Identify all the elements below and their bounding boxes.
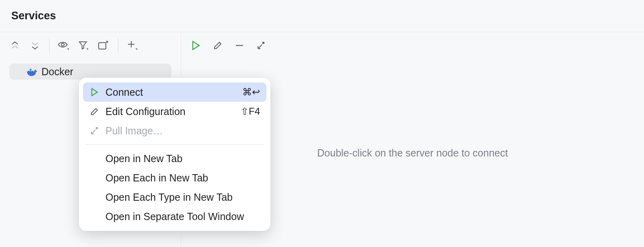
filter-icon xyxy=(78,41,89,50)
svg-rect-13 xyxy=(262,42,264,44)
menu-item-label: Open in New Tab xyxy=(105,153,260,165)
pencil-icon xyxy=(213,41,223,50)
svg-rect-9 xyxy=(30,69,31,70)
svg-marker-14 xyxy=(92,89,97,96)
left-toolbar xyxy=(0,32,181,59)
placeholder-text: Double-click on the server node to conne… xyxy=(317,147,508,159)
expand-diagonal-icon xyxy=(89,126,100,135)
expand-all-button[interactable] xyxy=(8,39,22,52)
svg-rect-1 xyxy=(99,43,106,49)
group-by-button[interactable] xyxy=(97,39,111,52)
toolbar-separator xyxy=(49,38,50,53)
plus-icon xyxy=(127,40,138,51)
svg-marker-10 xyxy=(193,41,199,49)
menu-item-label: Open Each Type in New Tab xyxy=(105,191,260,203)
remove-button[interactable] xyxy=(233,39,246,52)
svg-rect-16 xyxy=(96,127,98,129)
menu-item-label: Open Each in New Tab xyxy=(105,172,260,184)
group-icon xyxy=(98,40,110,51)
chevron-up-icon xyxy=(11,41,19,50)
menu-item-connect[interactable]: Connect ⌘↩ xyxy=(83,82,266,102)
menu-item-edit-configuration[interactable]: Edit Configuration ⇧F4 xyxy=(83,102,266,121)
menu-item-shortcut: ⇧F4 xyxy=(241,106,260,117)
menu-item-label: Open in Separate Tool Window xyxy=(105,211,260,222)
add-service-button[interactable] xyxy=(126,39,139,52)
menu-item-label: Connect xyxy=(105,86,237,98)
menu-separator xyxy=(85,144,264,145)
menu-item-shortcut: ⌘↩ xyxy=(242,86,260,98)
tree-node-label: Docker xyxy=(41,66,73,78)
collapse-all-button[interactable] xyxy=(28,39,42,52)
play-icon xyxy=(89,88,100,97)
chevron-down-icon xyxy=(31,41,39,50)
svg-line-15 xyxy=(91,130,95,134)
tree-node-docker[interactable]: Docker xyxy=(9,64,171,80)
edit-config-button[interactable] xyxy=(211,39,225,52)
connect-button[interactable] xyxy=(189,39,203,52)
play-icon xyxy=(191,40,201,51)
toolbar-separator xyxy=(118,38,118,53)
menu-item-open-in-separate-tool-window[interactable]: Open in Separate Tool Window xyxy=(83,207,266,226)
menu-item-label: Edit Configuration xyxy=(105,106,235,117)
right-toolbar xyxy=(181,32,644,59)
eye-icon xyxy=(58,41,70,50)
pencil-icon xyxy=(89,107,100,116)
services-header: Services xyxy=(0,0,644,32)
docker-icon xyxy=(27,67,37,76)
expand-diagonal-icon xyxy=(256,41,266,50)
svg-point-0 xyxy=(62,43,64,46)
menu-item-open-each-in-new-tab[interactable]: Open Each in New Tab xyxy=(83,168,266,187)
menu-item-open-in-new-tab[interactable]: Open in New Tab xyxy=(83,149,266,168)
menu-item-open-each-type-in-new-tab[interactable]: Open Each Type in New Tab xyxy=(83,187,266,207)
context-menu: Connect ⌘↩ Edit Configuration ⇧F4 Pull I… xyxy=(79,78,270,231)
menu-item-label: Pull Image… xyxy=(105,125,260,137)
filter-button[interactable] xyxy=(77,39,91,52)
header-title: Services xyxy=(11,10,56,22)
menu-item-pull-image: Pull Image… xyxy=(83,121,266,140)
pull-image-button[interactable] xyxy=(254,39,268,52)
show-options-button[interactable] xyxy=(57,39,70,52)
svg-line-12 xyxy=(258,45,262,49)
minus-icon xyxy=(235,41,244,50)
